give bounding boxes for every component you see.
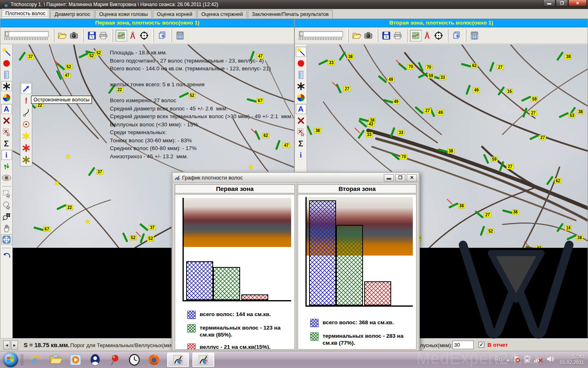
red-dot-tool[interactable]: [296, 58, 306, 68]
battery-icon[interactable]: [524, 355, 530, 364]
target-button[interactable]: [433, 30, 444, 41]
tab-4[interactable]: Оценка корней: [153, 10, 196, 18]
windows-logo-icon: [7, 356, 14, 363]
delete-selection-tool[interactable]: [296, 127, 306, 137]
dialog-title-bar[interactable]: График плотности волос ▬ ❐ ✕: [173, 173, 419, 183]
legend-text: веллус - 21 на см.кв(15%).: [200, 343, 271, 350]
threshold-input-right[interactable]: [452, 341, 474, 349]
restore-button[interactable]: ❐: [556, 0, 568, 7]
clock-app-icon[interactable]: [127, 352, 142, 368]
stat-line: Веллусных волос (<30 мкм): - 15%: [110, 121, 294, 130]
open-file-button[interactable]: [351, 30, 363, 41]
text-annotation-tool[interactable]: A: [296, 104, 306, 114]
yellow-asterisk-tool[interactable]: [21, 131, 31, 141]
report-checkbox[interactable]: ✓: [479, 342, 484, 348]
close-button[interactable]: ✕: [568, 0, 587, 7]
save-button[interactable]: [381, 30, 392, 41]
undo-tool[interactable]: [1, 250, 12, 260]
firefox-icon[interactable]: [147, 352, 161, 368]
magic-wand-tool[interactable]: [296, 47, 306, 57]
calculator-button[interactable]: [174, 30, 186, 41]
slider-thumb[interactable]: [5, 32, 9, 36]
hair-diameter-label: 52: [88, 53, 95, 58]
sum-tool[interactable]: Σ: [1, 138, 12, 148]
internet-explorer-icon[interactable]: e: [29, 352, 44, 368]
measure-compass-button[interactable]: [421, 30, 433, 41]
pointed-hair-marker-tool[interactable]: !: [21, 95, 31, 106]
density-grid-button[interactable]: [116, 30, 127, 41]
contacts-icon[interactable]: [88, 352, 102, 368]
color-wheel-tool[interactable]: [296, 92, 306, 103]
magic-wand-tool[interactable]: [1, 47, 12, 57]
asterisk-tool[interactable]: [296, 81, 306, 91]
ruler-tool[interactable]: [296, 70, 306, 80]
circle-dot-marker-tool[interactable]: [21, 119, 31, 130]
delete-mark-tool[interactable]: [296, 115, 306, 126]
delete-selection-tool[interactable]: [1, 127, 12, 137]
dialog-restore-button[interactable]: ❐: [395, 174, 405, 182]
zoom-slider[interactable]: [299, 31, 343, 40]
eye-preview-tool[interactable]: [1, 173, 12, 183]
next-frame-button[interactable]: ▶: [11, 341, 18, 350]
tab-2[interactable]: Диаметр волос: [50, 10, 94, 18]
camera-button[interactable]: [363, 30, 374, 41]
polyline-marker-tool[interactable]: [21, 107, 31, 118]
rect-select-tool[interactable]: [1, 188, 12, 199]
volume-icon[interactable]: [546, 355, 555, 364]
dialog-close-button[interactable]: ✕: [407, 174, 417, 182]
color-wheel-tool[interactable]: [1, 92, 12, 103]
trichoscopy-taskbar-button-2[interactable]: [192, 352, 214, 367]
info-tool[interactable]: i: [296, 150, 306, 160]
open-file-button[interactable]: [57, 30, 68, 41]
swap-tool[interactable]: [1, 161, 12, 171]
dialog-minimize-button[interactable]: ▬: [384, 174, 394, 182]
language-indicator[interactable]: RU: [495, 357, 502, 363]
bar-terminal-hairs: [213, 267, 240, 300]
sum-tool[interactable]: Σ: [296, 138, 306, 148]
trichoscopy-taskbar-button-1[interactable]: [167, 352, 189, 367]
media-player-icon[interactable]: [68, 352, 83, 368]
target-button[interactable]: [138, 30, 150, 41]
tab-1[interactable]: Плотность волос: [1, 9, 49, 18]
ruler-tool[interactable]: [1, 70, 12, 80]
tab-5[interactable]: Оценка стержней: [197, 10, 247, 18]
slider-thumb[interactable]: [300, 32, 303, 36]
red-asterisk-tool[interactable]: [21, 143, 31, 153]
fit-view-tool[interactable]: [1, 234, 12, 245]
copy-frames-button[interactable]: 3: [156, 30, 168, 41]
tab-3[interactable]: Оценка кожи головы: [95, 10, 152, 18]
arrow-marker-tool[interactable]: [21, 83, 31, 94]
taskbar-clock[interactable]: 17:43 01.07.2011: [560, 354, 584, 366]
prev-frame-button[interactable]: ◀: [3, 341, 10, 350]
print-button[interactable]: [392, 30, 403, 41]
minimize-button[interactable]: ▬: [543, 0, 555, 7]
delete-mark-tool[interactable]: [1, 115, 12, 126]
zoom-pattern-tool[interactable]: [1, 211, 12, 222]
hand-pan-tool[interactable]: [1, 223, 12, 233]
camera-button[interactable]: [68, 30, 80, 41]
info-tool[interactable]: i: [1, 150, 12, 160]
density-grid-button[interactable]: [410, 30, 421, 41]
save-button[interactable]: [86, 30, 98, 41]
measure-compass-button[interactable]: [127, 30, 138, 41]
zoom-slider[interactable]: [4, 31, 49, 40]
red-dot-tool[interactable]: [1, 58, 12, 68]
zone2-chart-column: Вторая зона всего волос: 368 на см.кв.те…: [296, 183, 417, 350]
network-icon[interactable]: [534, 355, 543, 364]
ellipse-select-tool[interactable]: [1, 200, 12, 210]
legend-swatch: [310, 332, 318, 341]
tray-expand-icon[interactable]: ▲: [506, 358, 510, 362]
pushpin-icon[interactable]: [107, 352, 122, 368]
action-center-icon[interactable]: [513, 355, 521, 364]
text-annotation-tool[interactable]: A: [1, 104, 12, 114]
calculator-button[interactable]: [469, 30, 480, 41]
asterisk-tool[interactable]: [1, 81, 12, 91]
tab-6[interactable]: Заключение/Печать результатов: [248, 10, 333, 18]
zone1-legend: всего волос: 144 на см.кв.терминальных в…: [187, 311, 293, 350]
print-button[interactable]: [98, 30, 109, 41]
file-explorer-icon[interactable]: [49, 352, 63, 368]
olive-asterisk-tool[interactable]: [21, 155, 31, 165]
copy-frames-button[interactable]: 3: [451, 30, 462, 41]
hair-diameter-label: 27: [497, 65, 503, 70]
start-button[interactable]: [3, 352, 18, 367]
